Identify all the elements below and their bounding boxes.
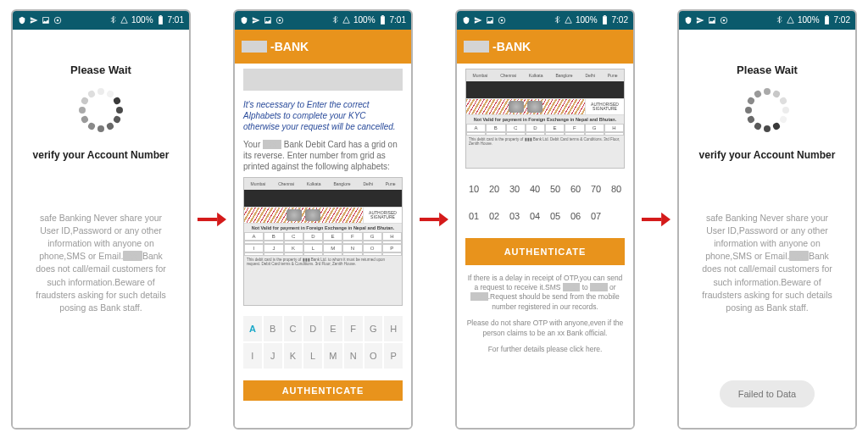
send-icon bbox=[252, 16, 260, 25]
svg-point-16 bbox=[723, 19, 726, 21]
alphabet-keypad: A B C D E F G H I J K L M N O P bbox=[243, 316, 403, 369]
card-authorised-signature-box: AUTHORISED SIGNATURE bbox=[363, 208, 402, 223]
input-placeholder-box[interactable] bbox=[243, 69, 403, 91]
battery-icon bbox=[379, 15, 387, 25]
svg-rect-17 bbox=[825, 16, 829, 25]
verify-account-label: verify your Account Number bbox=[33, 149, 170, 161]
flow-arrow-icon bbox=[642, 208, 670, 230]
key-L[interactable]: L bbox=[303, 343, 322, 369]
key-I[interactable]: I bbox=[243, 343, 262, 369]
battery-icon bbox=[601, 15, 609, 25]
verify-account-label: verify your Account Number bbox=[699, 149, 836, 161]
otp-share-warning: Please do not share OTP with anyone,even… bbox=[465, 319, 625, 338]
please-wait-label: Please Wait bbox=[737, 64, 798, 76]
num-30[interactable]: 30 bbox=[506, 177, 523, 201]
target-icon bbox=[498, 16, 506, 25]
signal-icon bbox=[787, 16, 794, 24]
failed-toast: Failed to Data bbox=[720, 380, 815, 408]
bluetooth-icon bbox=[554, 16, 561, 24]
authenticate-button[interactable]: AUTHENTICATE bbox=[243, 380, 403, 401]
num-02[interactable]: 02 bbox=[486, 204, 503, 228]
svg-rect-12 bbox=[603, 16, 607, 25]
battery-text: 100% bbox=[131, 15, 153, 25]
send-icon bbox=[696, 16, 704, 25]
card-not-valid-note: Not Valid for payment in Foreign Exchang… bbox=[466, 115, 624, 124]
key-F[interactable]: F bbox=[344, 316, 363, 341]
clock-text: 7:01 bbox=[168, 15, 184, 25]
num-70[interactable]: 70 bbox=[587, 177, 604, 201]
phone-4: 100% 7:02 Please Wait verify your Acc bbox=[677, 9, 857, 430]
num-07[interactable]: 07 bbox=[587, 204, 604, 228]
loading-spinner bbox=[743, 86, 791, 134]
card-signature-panel bbox=[244, 208, 363, 223]
num-50[interactable]: 50 bbox=[547, 177, 564, 201]
key-M[interactable]: M bbox=[324, 343, 342, 369]
num-05[interactable]: 05 bbox=[547, 204, 564, 228]
num-20[interactable]: 20 bbox=[486, 177, 503, 201]
key-K[interactable]: K bbox=[284, 343, 303, 369]
status-bar: 100% 7:01 bbox=[13, 11, 189, 30]
clock-text: 7:01 bbox=[390, 15, 406, 25]
key-O[interactable]: O bbox=[364, 343, 383, 369]
key-E[interactable]: E bbox=[324, 316, 342, 341]
battery-text: 100% bbox=[576, 15, 598, 25]
status-bar: 100% 7:02 bbox=[457, 11, 633, 30]
card-magstripe bbox=[466, 81, 624, 98]
key-D[interactable]: D bbox=[303, 316, 322, 341]
safe-banking-notice: safe Banking Never share your User ID,Pa… bbox=[30, 212, 172, 315]
key-A[interactable]: A bbox=[243, 316, 262, 341]
status-bar: 100% 7:02 bbox=[679, 11, 855, 30]
svg-rect-2 bbox=[159, 16, 163, 25]
num-10[interactable]: 10 bbox=[465, 177, 482, 201]
num-06[interactable]: 06 bbox=[567, 204, 584, 228]
key-C[interactable]: C bbox=[284, 316, 303, 341]
num-03[interactable]: 03 bbox=[506, 204, 523, 228]
svg-rect-13 bbox=[604, 15, 605, 16]
num-40[interactable]: 40 bbox=[526, 177, 543, 201]
clock-text: 7:02 bbox=[612, 15, 628, 25]
num-04[interactable]: 04 bbox=[526, 204, 543, 228]
please-wait-label: Please Wait bbox=[70, 64, 131, 76]
target-icon bbox=[53, 16, 62, 25]
num-80[interactable]: 80 bbox=[608, 177, 625, 201]
redacted-bank-name: xx bbox=[123, 251, 142, 261]
signal-icon bbox=[120, 16, 128, 24]
image-icon bbox=[264, 16, 272, 25]
target-icon bbox=[720, 16, 728, 25]
phone-1: 100% 7:01 Please Wait verify your Acc bbox=[11, 9, 191, 430]
flow-arrow-icon bbox=[420, 208, 448, 230]
status-bar: 100% 7:01 bbox=[235, 11, 411, 30]
redacted-number: xx bbox=[590, 283, 608, 291]
otp-delay-note: If there is a delay in receipt of OTP,yo… bbox=[465, 274, 625, 313]
key-B[interactable]: B bbox=[264, 316, 282, 341]
card-grid: ABCDEFGH bbox=[466, 124, 624, 136]
key-N[interactable]: N bbox=[344, 343, 363, 369]
image-icon bbox=[708, 16, 716, 25]
signal-icon bbox=[342, 16, 350, 24]
svg-point-1 bbox=[57, 19, 59, 21]
num-01[interactable]: 01 bbox=[465, 204, 482, 228]
redacted-number: xx bbox=[470, 292, 488, 301]
num-60[interactable]: 60 bbox=[567, 177, 584, 201]
bluetooth-icon bbox=[331, 16, 339, 24]
card-signature-panel bbox=[466, 99, 585, 114]
authenticate-button[interactable]: AUTHENTICATE bbox=[465, 238, 625, 265]
bank-suffix-label: -BANK bbox=[270, 40, 309, 53]
key-G[interactable]: G bbox=[364, 316, 383, 341]
bluetooth-icon bbox=[776, 16, 783, 24]
card-grid: ABCDEFGH IJKLMNOP bbox=[244, 232, 402, 256]
app-header: -BANK bbox=[457, 30, 633, 64]
phone-2: 100% 7:01 -BANK It's necessary to Enter … bbox=[233, 9, 413, 430]
further-details-link[interactable]: For further details please click here. bbox=[465, 345, 625, 353]
card-fineprint: This debit card is the property of ▮▮▮ B… bbox=[244, 256, 402, 269]
svg-rect-14 bbox=[642, 217, 661, 220]
redacted-bank-name: xx bbox=[789, 251, 809, 261]
kyc-warning-text: It's necessary to Enter the correct Alph… bbox=[243, 99, 403, 132]
key-H[interactable]: H bbox=[384, 316, 403, 341]
key-P[interactable]: P bbox=[384, 343, 403, 369]
clock-text: 7:02 bbox=[834, 15, 850, 25]
key-J[interactable]: J bbox=[264, 343, 282, 369]
svg-point-6 bbox=[279, 19, 281, 21]
debit-card-back: MumbaiChennaiKolkataBangloreDelhiPune AU… bbox=[465, 69, 625, 169]
flow-arrow-icon bbox=[198, 208, 226, 230]
